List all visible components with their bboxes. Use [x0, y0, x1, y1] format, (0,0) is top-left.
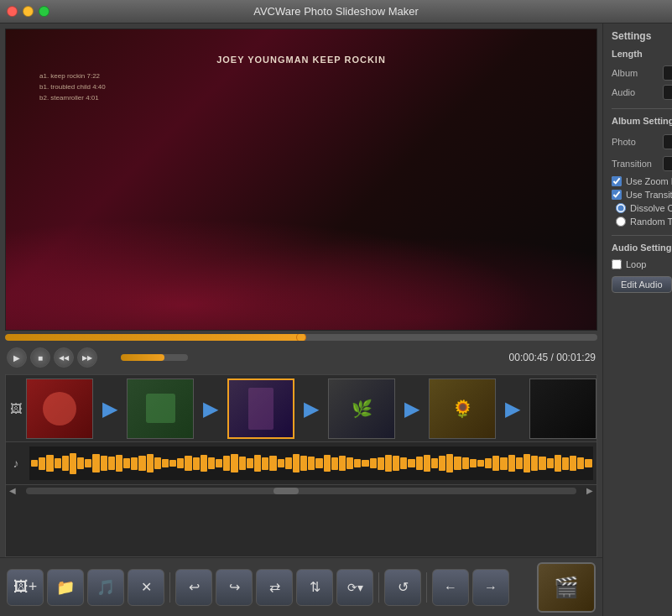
volume-fill — [121, 354, 164, 361]
undo-action-button[interactable]: ↺ — [384, 569, 421, 606]
random-transition-row: Random Transition — [616, 217, 672, 227]
close-button[interactable] — [7, 6, 18, 17]
next-button[interactable]: → — [472, 569, 509, 606]
audio-waveform — [29, 446, 593, 480]
stop-button[interactable]: ■ — [30, 347, 50, 368]
album-length-row: Album 00:01:29 — [612, 65, 672, 81]
bottom-toolbar: 🖼+ 📁 🎵 ✕ ↩ ↪ ⇄ ⇅ ⟳▾ ↺ ← → 🎬 — [0, 557, 602, 616]
audio-settings-section: Audio Settings Loop Edit Audio — [612, 243, 672, 293]
video-inner: JOEY YOUNGMAN KEEP ROCKIN a1. keep rocki… — [6, 29, 596, 330]
separator-2 — [378, 572, 379, 603]
left-panel: JOEY YOUNGMAN KEEP ROCKIN a1. keep rocki… — [0, 23, 602, 616]
timeline-area: 🖼 ▶ ▶ — [5, 374, 597, 557]
delete-button[interactable]: ✕ — [128, 569, 164, 606]
dissolve-label: Dissolve Only — [630, 203, 672, 213]
album-value: 00:01:29 — [663, 65, 672, 81]
photo-thumb-6[interactable] — [529, 378, 596, 439]
undo-button[interactable]: ↩ — [175, 569, 212, 606]
random-radio[interactable] — [616, 217, 626, 227]
right-panel: Settings Length Album 00:01:29 Audio 00:… — [602, 23, 672, 616]
transition-arrow-3: ▶ — [294, 378, 328, 439]
maximize-button[interactable] — [39, 6, 49, 17]
loop-checkbox[interactable] — [612, 259, 622, 269]
rewind-button[interactable]: ◀◀ — [54, 347, 74, 368]
loop-row: Loop — [612, 259, 672, 269]
video-tracklist: a1. keep rockin 7:22 b1. troubled child … — [39, 71, 106, 103]
timeline-audio-row: ♪ — [6, 442, 596, 484]
video-title: JOEY YOUNGMAN KEEP ROCKIN — [216, 55, 386, 65]
transport-bar: ▶ ■ ◀◀ ▶▶ 00:00:45 / 00:01:29 — [0, 344, 602, 371]
zoom-effect-row: Use Zoom Effect — [612, 176, 672, 186]
progress-handle[interactable] — [296, 334, 306, 341]
album-settings-label: Album Settings — [612, 116, 672, 128]
audio-track-icon: ♪ — [6, 457, 26, 470]
use-transition-checkbox[interactable] — [612, 190, 622, 200]
progress-bar[interactable] — [5, 334, 597, 341]
photo-label: Photo — [612, 137, 658, 147]
zoom-effect-label: Use Zoom Effect — [626, 176, 672, 186]
output-button[interactable]: 🎬 — [537, 562, 596, 613]
timeline-photos: ▶ ▶ ▶ 🌿 — [26, 378, 596, 439]
photo-thumb-5[interactable]: 🌻 — [429, 378, 496, 439]
add-folder-button[interactable]: 📁 — [47, 569, 84, 606]
album-label: Album — [612, 68, 658, 78]
redo-button[interactable]: ↪ — [216, 569, 253, 606]
video-decorative — [6, 204, 596, 330]
random-label: Random Transition — [630, 217, 672, 227]
transition-arrow-1: ▶ — [93, 378, 127, 439]
video-preview: JOEY YOUNGMAN KEEP ROCKIN a1. keep rocki… — [5, 29, 597, 331]
dissolve-radio[interactable] — [616, 203, 626, 213]
photo-input[interactable] — [663, 134, 672, 149]
loop-button[interactable]: ⟳▾ — [336, 569, 373, 606]
transition-arrow-2: ▶ — [194, 378, 227, 439]
length-label: Length — [612, 49, 672, 60]
scroll-track[interactable] — [26, 488, 576, 494]
transition-arrow-5: ▶ — [496, 378, 529, 439]
forward-button[interactable]: ▶▶ — [77, 347, 97, 368]
prev-button[interactable]: ← — [432, 569, 469, 606]
audio-label: Audio — [612, 87, 658, 97]
transition-arrow-4: ▶ — [395, 378, 429, 439]
photo-thumb-3[interactable] — [227, 378, 294, 439]
title-bar: AVCWare Photo Slideshow Maker — [0, 0, 672, 23]
volume-slider[interactable] — [121, 354, 188, 361]
scroll-right-arrow[interactable]: ▶ — [583, 486, 596, 495]
scroll-left-arrow[interactable]: ◀ — [6, 486, 19, 495]
rotate-button[interactable]: ⇄ — [256, 569, 293, 606]
divider-1 — [612, 108, 672, 109]
transition-setting-row: Transition ▲ ▼ ms — [612, 154, 672, 172]
zoom-effect-checkbox[interactable] — [612, 176, 622, 186]
add-music-button[interactable]: 🎵 — [87, 569, 124, 606]
edit-audio-button[interactable]: Edit Audio — [612, 276, 672, 293]
photo-track-icon: 🖼 — [6, 402, 26, 415]
separator-3 — [426, 572, 427, 603]
photo-thumb-1[interactable] — [26, 378, 93, 439]
album-settings-section: Album Settings Photo ▲ ▼ ms ♪ Transition — [612, 116, 672, 227]
audio-value: 00:05:03 — [663, 85, 672, 100]
loop-label: Loop — [626, 259, 646, 269]
window-controls[interactable] — [7, 6, 49, 17]
minimize-button[interactable] — [23, 6, 34, 17]
transition-input[interactable] — [663, 156, 672, 171]
use-transition-row: Use Transition — [612, 190, 672, 200]
photo-thumb-4[interactable]: 🌿 — [328, 378, 395, 439]
app-title: AVCWare Photo Slideshow Maker — [253, 5, 419, 18]
time-display: 00:00:45 / 00:01:29 — [509, 352, 596, 363]
settings-title: Settings — [612, 30, 672, 44]
photo-input-group: ▲ ▼ ms ♪ — [663, 133, 672, 150]
transition-label: Transition — [612, 159, 658, 169]
add-photo-button[interactable]: 🖼+ — [7, 569, 44, 606]
progress-fill — [5, 334, 301, 341]
photo-thumb-2[interactable] — [127, 378, 194, 439]
audio-length-row: Audio 00:05:03 — [612, 85, 672, 100]
divider-2 — [612, 235, 672, 236]
scroll-row: ◀ ▶ — [6, 484, 596, 496]
transition-input-group: ▲ ▼ ms — [663, 154, 672, 172]
play-button[interactable]: ▶ — [7, 347, 27, 368]
main-container: JOEY YOUNGMAN KEEP ROCKIN a1. keep rocki… — [0, 23, 672, 616]
audio-settings-label: Audio Settings — [612, 243, 672, 254]
timeline-photos-row: 🖼 ▶ ▶ — [6, 375, 596, 442]
flip-button[interactable]: ⇅ — [296, 569, 333, 606]
use-transition-label: Use Transition — [626, 190, 672, 200]
scroll-thumb[interactable] — [273, 488, 299, 494]
